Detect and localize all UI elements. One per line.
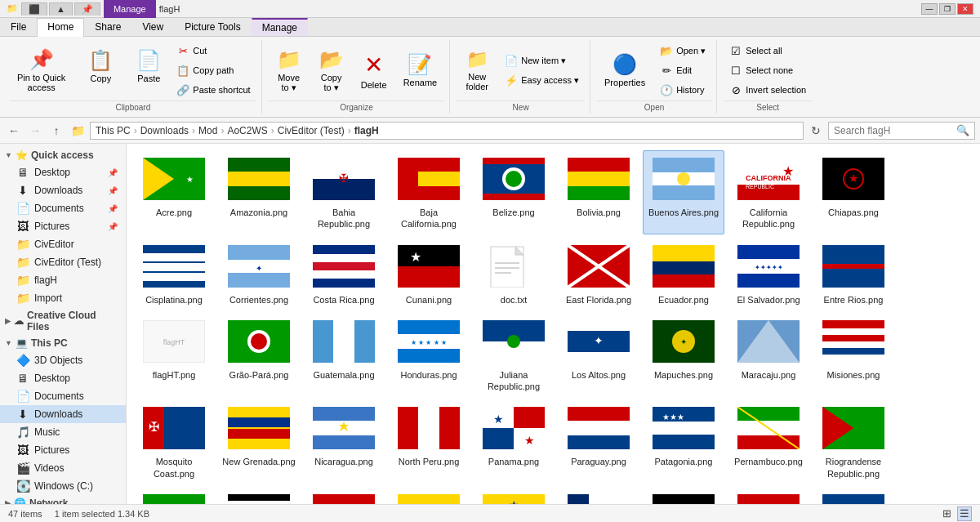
file-item-bolivia[interactable]: Bolivia.png [558, 150, 639, 234]
file-item-entre_rios[interactable]: Entre Rios.png [813, 238, 894, 310]
path-civeditor[interactable]: CivEditor (Test) [278, 125, 345, 136]
file-item-buenos_aires[interactable]: Buenos Aires.png [643, 150, 724, 234]
easy-access-button[interactable]: ⚡ Easy access ▾ [499, 71, 585, 89]
sidebar-item-flagh[interactable]: 📁 flagH [0, 271, 126, 289]
file-item-baja[interactable]: Baja California.png [388, 150, 470, 234]
title-tab-up[interactable]: ▲ [49, 2, 73, 16]
sidebar-header-quickaccess[interactable]: ▼ ⭐ Quick access [0, 147, 126, 163]
recent-button[interactable]: 📁 [69, 122, 87, 140]
path-this-pc[interactable]: This PC [96, 125, 131, 136]
file-item-new_grenada[interactable]: New Grenada.png [218, 399, 300, 484]
file-item-sonora[interactable]: ★★Sonora.png [303, 487, 385, 504]
up-button[interactable]: ↑ [47, 122, 65, 140]
sidebar-item-documents2[interactable]: 📄 Documents [0, 387, 126, 405]
tab-view[interactable]: View [131, 18, 174, 36]
file-item-doc[interactable]: doc.txt [473, 238, 555, 310]
sidebar-header-thispc[interactable]: ▼ 💻 This PC [0, 335, 126, 351]
file-item-misiones[interactable]: Misiones.png [813, 313, 894, 397]
title-tab-pin[interactable]: 📌 [74, 2, 100, 16]
title-tab-quickaccess[interactable]: ⬛ [21, 2, 47, 16]
select-all-button[interactable]: ☑ Select all [724, 42, 812, 60]
path-downloads[interactable]: Downloads [140, 125, 189, 136]
new-folder-button[interactable]: 📁 New folder [457, 42, 497, 99]
close-button[interactable]: ✕ [957, 3, 973, 15]
file-item-sao_paulo[interactable]: São Paulo.png [218, 487, 300, 504]
file-item-paraguay[interactable]: Paraguay.png [558, 399, 639, 484]
sidebar-item-pictures2[interactable]: 🖼 Pictures [0, 441, 126, 459]
file-item-california[interactable]: CALIFORNIAREPUBLIC★California Republic.p… [728, 150, 809, 234]
sidebar-item-3dobjects[interactable]: 🔷 3D Objects [0, 351, 126, 369]
large-icons-view-button[interactable]: ⊞ [939, 506, 954, 521]
sidebar-item-documents[interactable]: 📄 Documents 📌 [0, 199, 126, 217]
file-item-bahia[interactable]: ✠Bahia Republic.png [303, 150, 385, 234]
manage-tab-header[interactable]: Manage [104, 0, 156, 18]
file-item-west_florida[interactable]: ★West Florida.png [813, 487, 894, 504]
sidebar-item-music[interactable]: 🎵 Music [0, 423, 126, 441]
minimize-button[interactable]: — [921, 3, 938, 15]
move-to-button[interactable]: 📁 Move to ▾ [269, 42, 310, 99]
sidebar-item-import[interactable]: 📁 Import [0, 289, 126, 307]
back-button[interactable]: ← [5, 122, 23, 140]
copy-to-button[interactable]: 📂 Copy to ▾ [311, 42, 352, 99]
file-item-mosquito[interactable]: ✠Mosquito Coast.png [133, 399, 215, 484]
file-item-juliana[interactable]: Juliana Republic.png [473, 313, 555, 397]
sidebar-item-civeditor[interactable]: 📁 CivEditor [0, 235, 126, 253]
file-item-south_peru[interactable]: South Peru.png [388, 487, 470, 504]
search-box[interactable]: 🔍 [828, 122, 975, 140]
file-item-panama[interactable]: ★★Panama.png [473, 399, 555, 484]
delete-button[interactable]: ✕ Delete [354, 42, 394, 99]
tab-share[interactable]: Share [84, 18, 131, 36]
file-item-patagonia[interactable]: ★★★Patagonia.png [643, 399, 724, 484]
copy-button[interactable]: 📋 Copy [80, 42, 121, 99]
sidebar-item-desktop[interactable]: 🖥 Desktop 📌 [0, 163, 126, 181]
edit-button[interactable]: ✏ Edit [654, 61, 711, 79]
tab-picture-tools[interactable]: Picture Tools [174, 18, 251, 36]
details-view-button[interactable]: ☰ [957, 506, 972, 521]
file-item-costa_rica[interactable]: Costa Rica.png [303, 238, 385, 310]
file-item-los_altos[interactable]: ✦Los Altos.png [558, 313, 639, 397]
invert-selection-button[interactable]: ⊘ Invert selection [724, 81, 812, 99]
sidebar-header-creativecloud[interactable]: ▶ ☁ Creative Cloud Files [0, 307, 126, 335]
sidebar-item-windows[interactable]: 💽 Windows (C:) [0, 477, 126, 495]
address-path[interactable]: This PC › Downloads › Mod › AoC2WS › Civ… [90, 122, 804, 140]
tab-manage[interactable]: Manage [252, 18, 308, 36]
maximize-button[interactable]: ❐ [939, 3, 956, 15]
file-item-texas[interactable]: ★Texas.png [558, 487, 639, 504]
path-flagh[interactable]: flagH [354, 125, 379, 136]
path-aoc2ws[interactable]: AoC2WS [227, 125, 267, 136]
path-mod[interactable]: Mod [198, 125, 217, 136]
new-item-button[interactable]: 📄 New item ▾ [499, 51, 585, 69]
file-item-nicaragua[interactable]: Nicaragua.png [303, 399, 385, 484]
tab-home[interactable]: Home [37, 18, 84, 37]
file-item-pernambuco[interactable]: Pernambuco.png [728, 399, 809, 484]
file-item-flagHT[interactable]: flagHTflagHT.png [133, 313, 215, 397]
tab-file[interactable]: File [0, 18, 37, 36]
rename-button[interactable]: 📝 Rename [396, 42, 445, 99]
sidebar-item-downloads2[interactable]: ⬇ Downloads [0, 405, 126, 423]
file-item-acre[interactable]: ★Acre.png [133, 150, 215, 234]
file-item-corrientes[interactable]: ✦Corrientes.png [218, 238, 300, 310]
file-item-amazonia[interactable]: Amazonia.png [218, 150, 300, 234]
file-item-maracaju[interactable]: Maracaju.png [728, 313, 809, 397]
sidebar-item-pictures[interactable]: 🖼 Pictures 📌 [0, 217, 126, 235]
file-item-cisplatina[interactable]: Cisplatina.png [133, 238, 215, 310]
sidebar-item-desktop2[interactable]: 🖥 Desktop [0, 369, 126, 387]
paste-button[interactable]: 📄 Paste [128, 42, 169, 99]
file-item-east_florida[interactable]: East Florida.png [558, 238, 639, 310]
file-item-chiapas[interactable]: ★Chiapas.png [813, 150, 894, 234]
sidebar-item-civeditortest[interactable]: 📁 CivEditor (Test) [0, 253, 126, 271]
select-none-button[interactable]: ☐ Select none [724, 61, 812, 79]
file-item-santa_cruz[interactable]: Santa Cruz.png [133, 487, 215, 504]
properties-button[interactable]: 🔵 Properties [597, 42, 653, 99]
file-item-honduras[interactable]: ★ ★ ★ ★ ★Honduras.png [388, 313, 470, 397]
file-item-guatemala[interactable]: Guatemala.png [303, 313, 385, 397]
copy-path-button[interactable]: 📋 Copy path [171, 61, 256, 79]
paste-shortcut-button[interactable]: 🔗 Paste shortcut [171, 81, 256, 99]
open-button[interactable]: 📂 Open ▾ [654, 42, 711, 60]
search-input[interactable] [834, 125, 953, 136]
file-item-sul[interactable]: ★Sul.png [473, 487, 555, 504]
file-item-mapuches[interactable]: ✦Mapuches.png [643, 313, 724, 397]
file-item-cunani[interactable]: ★Cunani.png [388, 238, 470, 310]
file-item-venezuela[interactable]: ★★★★★★★★Venezuela.png [728, 487, 809, 504]
file-item-belize[interactable]: Belize.png [473, 150, 555, 234]
